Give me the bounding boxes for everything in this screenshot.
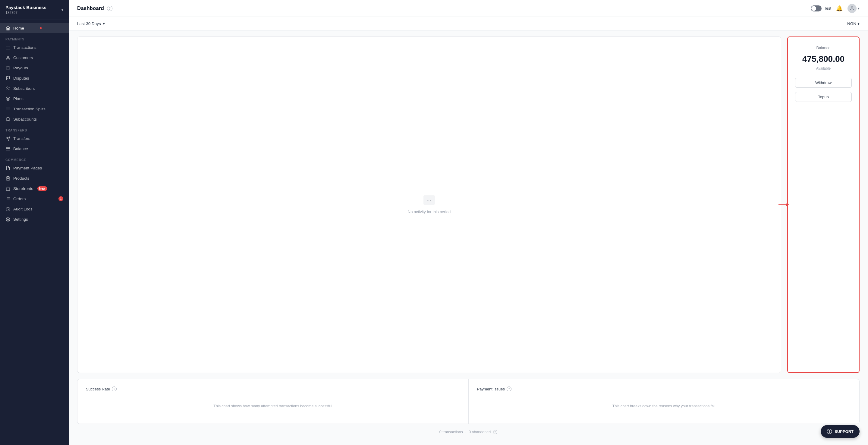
sidebar-item-label: Subscribers	[13, 86, 35, 91]
sidebar-item-customers[interactable]: Customers	[0, 53, 69, 63]
abandoned-count: 0 abandoned	[469, 430, 491, 434]
brand-name: Paystack Business	[5, 5, 46, 10]
commerce-section-label: COMMERCE	[0, 154, 69, 163]
svg-point-4	[7, 56, 9, 57]
balance-card-label: Balance	[816, 46, 831, 50]
svg-marker-1	[40, 27, 43, 29]
footer-help-icon[interactable]: ?	[493, 430, 497, 434]
sidebar-item-label: Audit Logs	[13, 207, 33, 211]
sidebar-item-subscribers[interactable]: Subscribers	[0, 83, 69, 93]
storefronts-new-badge: New	[37, 186, 47, 191]
plans-icon	[5, 96, 10, 101]
payment-issues-empty: This chart breaks down the reasons why y…	[477, 396, 851, 416]
orders-count-badge: 1	[59, 196, 63, 201]
sidebar-item-products[interactable]: Products	[0, 173, 69, 183]
orders-icon	[5, 196, 10, 201]
transactions-icon	[5, 45, 10, 50]
currency-label: NGN	[847, 21, 856, 26]
svg-point-27	[851, 7, 852, 8]
payment-issues-title-row: Payment Issues ?	[477, 387, 851, 391]
sidebar-item-audit-logs[interactable]: Audit Logs	[0, 204, 69, 214]
currency-filter-button[interactable]: NGN ▾	[847, 21, 860, 26]
svg-rect-16	[6, 147, 10, 150]
currency-chevron-icon: ▾	[858, 21, 860, 26]
page-title: Dashboard	[77, 5, 104, 11]
subscribers-icon	[5, 86, 10, 91]
main-grid: ⋯ No activity for this period Balance 47…	[69, 30, 868, 379]
brand-chevron-icon: ▾	[61, 8, 63, 12]
chart-empty-state: ⋯ No activity for this period	[78, 37, 781, 373]
user-menu[interactable]: ▾	[847, 4, 860, 13]
sidebar-item-label: Balance	[13, 147, 28, 151]
transaction-count: 0 transactions	[439, 430, 463, 434]
topup-button[interactable]: Topup	[795, 92, 852, 102]
transaction-footer: 0 transactions · 0 abandoned ?	[77, 426, 860, 438]
test-mode-toggle-wrap: Test	[811, 5, 831, 11]
main-content: Dashboard ? Test 🔔 ▾	[69, 0, 868, 445]
brand-header[interactable]: Paystack Business 182797 ▾	[0, 0, 69, 20]
storefronts-icon	[5, 186, 10, 191]
sidebar-item-payment-pages[interactable]: Payment Pages	[0, 163, 69, 173]
transfers-section-label: TRANSFERS	[0, 124, 69, 133]
sidebar-item-plans[interactable]: Plans	[0, 93, 69, 104]
filter-bar: Last 30 Days ▾ NGN ▾	[69, 17, 868, 30]
brand-id: 182797	[5, 10, 46, 15]
topbar-left: Dashboard ?	[77, 5, 113, 11]
sidebar-item-label: Products	[13, 176, 29, 181]
sidebar-item-storefronts[interactable]: Storefronts New	[0, 183, 69, 194]
sidebar-item-transfers[interactable]: Transfers	[0, 133, 69, 144]
sidebar-item-label: Customers	[13, 56, 33, 60]
balance-icon	[5, 146, 10, 151]
bottom-section: Success Rate ? This chart shows how many…	[69, 379, 868, 445]
chart-empty-message: No activity for this period	[408, 210, 451, 214]
balance-card: Balance 475,800.00 Available Withdraw To…	[787, 36, 860, 373]
home-icon	[5, 26, 10, 30]
transaction-splits-icon	[5, 107, 10, 111]
sidebar-item-label: Plans	[13, 96, 24, 101]
sidebar-item-settings[interactable]: Settings	[0, 214, 69, 224]
svg-point-9	[7, 87, 8, 88]
topbar: Dashboard ? Test 🔔 ▾	[69, 0, 868, 17]
sidebar-item-transaction-splits[interactable]: Transaction Splits	[0, 104, 69, 114]
sidebar-item-disputes[interactable]: Disputes	[0, 73, 69, 83]
sidebar-item-label: Disputes	[13, 76, 29, 81]
balance-available-label: Available	[816, 66, 831, 70]
sidebar-item-orders[interactable]: Orders 1	[0, 194, 69, 204]
dashboard-help-icon[interactable]: ?	[107, 6, 113, 11]
sidebar-item-label: Transfers	[13, 136, 30, 141]
customers-icon	[5, 55, 10, 60]
balance-amount: 475,800.00	[802, 54, 844, 64]
payment-pages-icon	[5, 166, 10, 170]
test-mode-toggle[interactable]	[811, 5, 822, 11]
withdraw-button[interactable]: Withdraw	[795, 78, 852, 88]
activity-chart: ⋯ No activity for this period	[77, 36, 781, 373]
success-rate-label: Success Rate	[86, 387, 110, 391]
user-chevron-icon: ▾	[858, 6, 860, 10]
payment-issues-help-icon[interactable]: ?	[507, 387, 512, 391]
support-button[interactable]: ? SUPPORT	[821, 425, 860, 438]
sidebar-navigation: Home PAYMENTS Transactions Customers	[0, 20, 69, 445]
settings-icon	[5, 217, 10, 221]
sidebar-item-label: Payouts	[13, 66, 28, 70]
date-filter-chevron-icon: ▾	[103, 21, 105, 26]
notifications-bell-icon[interactable]: 🔔	[836, 5, 843, 12]
sidebar-item-transactions[interactable]: Transactions	[0, 42, 69, 53]
payments-section-label: PAYMENTS	[0, 33, 69, 42]
sidebar-item-payouts[interactable]: Payouts	[0, 63, 69, 73]
payment-issues-label: Payment Issues	[477, 387, 505, 391]
sidebar-item-subaccounts[interactable]: Subaccounts	[0, 114, 69, 124]
support-label: SUPPORT	[835, 429, 854, 434]
success-rate-help-icon[interactable]: ?	[112, 387, 117, 391]
date-filter-button[interactable]: Last 30 Days ▾	[77, 21, 105, 26]
success-rate-empty: This chart shows how many attempted tran…	[86, 396, 460, 416]
content-area: Last 30 Days ▾ NGN ▾ ⋯ No activity for t…	[69, 17, 868, 445]
products-icon	[5, 176, 10, 181]
sidebar-item-home[interactable]: Home	[0, 23, 69, 33]
sidebar-item-label: Storefronts	[13, 186, 33, 191]
chart-dots-icon: ⋯	[424, 196, 435, 205]
footer-separator: ·	[465, 430, 466, 434]
success-rate-title-row: Success Rate ?	[86, 387, 460, 391]
sidebar-item-label: Subaccounts	[13, 117, 37, 121]
sidebar-item-balance[interactable]: Balance	[0, 144, 69, 154]
subaccounts-icon	[5, 117, 10, 121]
